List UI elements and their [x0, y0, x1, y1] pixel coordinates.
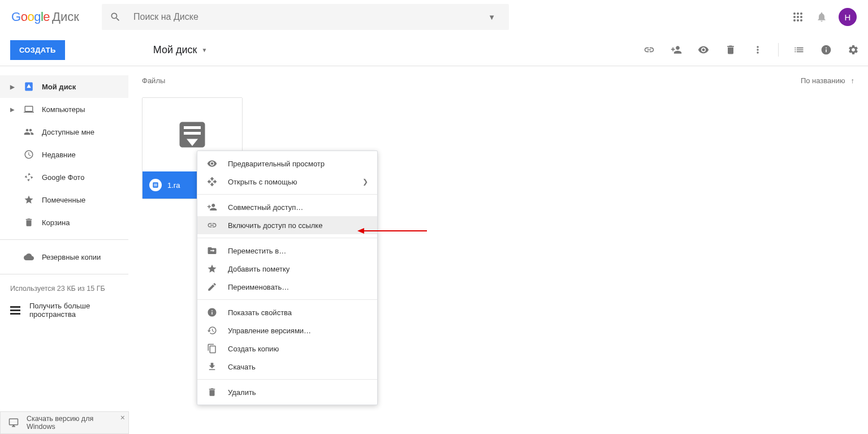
sidebar-label: Мой диск [42, 83, 76, 91]
trash-icon [206, 387, 218, 397]
profile-avatar[interactable]: Н [839, 8, 857, 26]
settings-gear-icon[interactable] [847, 43, 860, 57]
download-text: Скачать версию для Windows [27, 415, 120, 431]
divider [197, 299, 377, 300]
cm-rename[interactable]: Переименовать… [197, 278, 377, 296]
trash-icon[interactable] [724, 43, 737, 57]
sidebar-item-trash[interactable]: Корзина [0, 211, 128, 234]
sidebar: ▶ Мой диск ▶ Компьютеры Доступные мне Не… [0, 66, 128, 434]
storage-bars-icon [10, 305, 20, 315]
cm-move[interactable]: Переместить в… [197, 242, 377, 260]
download-icon [206, 362, 218, 372]
section-label: Файлы [142, 76, 165, 85]
svg-rect-11 [10, 313, 20, 315]
close-icon[interactable]: × [120, 413, 125, 422]
sidebar-item-my-drive[interactable]: ▶ Мой диск [0, 75, 128, 98]
sidebar-label: Резервные копии [42, 253, 101, 261]
notifications-icon[interactable] [815, 10, 828, 24]
sort-arrow-icon: ↑ [851, 76, 855, 85]
info-icon[interactable] [819, 43, 833, 57]
section-header: Файлы По названию ↑ [142, 76, 854, 85]
link-icon[interactable] [642, 43, 656, 57]
svg-point-3 [793, 16, 796, 18]
shared-icon [23, 127, 35, 137]
svg-marker-19 [357, 228, 364, 234]
storage-text: Используется 23 КБ из 15 ГБ [0, 280, 128, 297]
divider [197, 194, 377, 195]
folder-move-icon [206, 246, 218, 256]
header-actions: Н [791, 8, 857, 26]
svg-point-6 [793, 19, 796, 22]
cm-delete[interactable]: Удалить [197, 383, 377, 401]
create-button[interactable]: СОЗДАТЬ [10, 40, 65, 60]
divider [197, 238, 377, 238]
svg-point-8 [800, 19, 802, 22]
edit-icon [206, 282, 218, 292]
cm-download[interactable]: Скачать [197, 358, 377, 376]
eye-icon [206, 158, 218, 169]
clock-icon [23, 149, 35, 160]
svg-rect-16 [154, 184, 157, 185]
svg-point-2 [800, 12, 802, 15]
search-input[interactable] [132, 11, 502, 23]
expand-icon: ▶ [10, 84, 16, 90]
header: Google Диск ▼ Н [0, 0, 868, 34]
sidebar-item-starred[interactable]: Помеченные [0, 188, 128, 211]
cm-get-link[interactable]: Включить доступ по ссылке [197, 216, 377, 234]
cm-versions[interactable]: Управление версиями… [197, 321, 377, 340]
sidebar-item-recent[interactable]: Недавние [0, 143, 128, 166]
cm-copy[interactable]: Создать копию [197, 340, 377, 358]
more-vert-icon[interactable] [751, 43, 765, 57]
sidebar-item-backups[interactable]: Резервные копии [0, 246, 128, 268]
sort-control[interactable]: По названию ↑ [801, 76, 854, 85]
preview-eye-icon[interactable] [697, 43, 710, 57]
sidebar-label: Компьютеры [42, 105, 85, 114]
file-name: 1.ra [167, 181, 180, 190]
desktop-icon [8, 418, 19, 428]
star-icon [206, 264, 218, 274]
context-menu: Предварительный просмотр Открыть с помощ… [197, 151, 378, 405]
apps-icon[interactable] [791, 10, 805, 24]
cm-share[interactable]: Совместный доступ… [197, 198, 377, 216]
svg-point-5 [800, 16, 802, 18]
sidebar-label: Корзина [42, 218, 70, 227]
sidebar-item-photos[interactable]: Google Фото [0, 166, 128, 188]
share-person-icon[interactable] [670, 43, 683, 57]
toolbar: СОЗДАТЬ Мой диск ▼ [0, 34, 868, 66]
download-desktop-bar[interactable]: Скачать версию для Windows × [0, 411, 129, 434]
drive-icon [23, 81, 35, 92]
cm-details[interactable]: Показать свойства [197, 303, 377, 321]
cm-open-with[interactable]: Открыть с помощью ❯ [197, 173, 377, 191]
sidebar-item-shared[interactable]: Доступные мне [0, 121, 128, 143]
photos-icon [23, 172, 35, 182]
sidebar-label: Доступные мне [42, 128, 94, 136]
search-bar[interactable]: ▼ [102, 4, 509, 30]
trash-icon [23, 217, 35, 227]
search-options-dropdown-icon[interactable]: ▼ [488, 13, 495, 22]
separator [778, 43, 779, 57]
cm-star[interactable]: Добавить пометку [197, 260, 377, 278]
dropdown-icon: ▼ [201, 47, 207, 53]
restore-icon [206, 325, 218, 336]
get-more-storage[interactable]: Получить больше пространства [0, 297, 128, 323]
list-view-icon[interactable] [792, 43, 806, 57]
logo-area[interactable]: Google Диск [11, 10, 102, 24]
sidebar-label: Google Фото [42, 173, 84, 182]
search-icon[interactable] [109, 10, 122, 24]
sidebar-label: Недавние [42, 151, 76, 159]
cm-preview[interactable]: Предварительный просмотр [197, 154, 377, 173]
computers-icon [23, 104, 35, 114]
folder-name: Мой диск [153, 44, 197, 56]
divider [197, 379, 377, 380]
sidebar-item-computers[interactable]: ▶ Компьютеры [0, 98, 128, 121]
svg-point-0 [793, 12, 796, 15]
svg-rect-10 [10, 310, 20, 311]
cloud-icon [23, 252, 35, 262]
folder-breadcrumb[interactable]: Мой диск ▼ [153, 44, 208, 56]
svg-rect-13 [184, 132, 201, 135]
svg-rect-9 [10, 306, 20, 308]
svg-point-4 [797, 16, 799, 18]
svg-point-7 [797, 19, 799, 22]
product-name: Диск [52, 10, 79, 24]
divider [0, 239, 128, 240]
